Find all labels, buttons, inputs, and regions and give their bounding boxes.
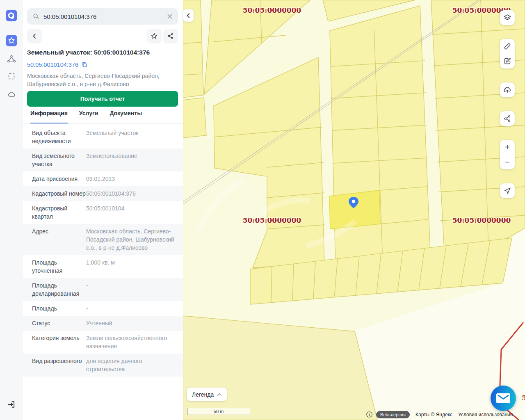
row-label: Кадастровый квартал — [32, 204, 86, 221]
row-value: 50:05:0010104 — [86, 204, 177, 221]
table-row: Категория земель Земли сельскохозяйствен… — [23, 331, 183, 354]
table-row: Площадь - — [23, 301, 183, 316]
district-label-partial: 50:05 — [522, 394, 525, 402]
table-row: Площадь уточненная 1,000 кв. м — [23, 255, 183, 278]
app-rail — [0, 0, 23, 420]
navigate-button[interactable] — [500, 183, 515, 198]
share-object-button[interactable] — [163, 29, 178, 43]
navigate-icon — [503, 186, 512, 195]
app-logo[interactable] — [6, 10, 17, 21]
row-label: Вид разрешенного — [32, 357, 86, 373]
row-value: Земли сельскохозяйственного назначения — [86, 334, 177, 350]
object-address: Московская область, Сергиево-Посадский р… — [27, 72, 175, 88]
row-value: Земельный участок — [86, 129, 177, 145]
table-row: Вид объекта недвижимости Земельный участ… — [23, 126, 183, 148]
row-label: Площадь декларированная — [32, 281, 86, 298]
copy-icon[interactable] — [81, 61, 88, 68]
search-input[interactable] — [43, 13, 163, 20]
terms-of-use-link[interactable]: Условия использования — [458, 412, 513, 418]
row-label: Вид земельного участка — [32, 152, 86, 168]
scale-label: 50 m — [214, 409, 224, 414]
search-icon — [32, 12, 40, 21]
chevron-left-icon — [31, 33, 38, 39]
share-tool — [500, 111, 515, 126]
collapse-panel-button[interactable] — [183, 9, 194, 22]
info-icon — [365, 411, 373, 418]
edit-icon — [503, 57, 512, 66]
district-label: 50:05:0000000 — [452, 216, 511, 224]
object-title: Земельный участок: 50:05:0010104:376 — [27, 49, 180, 56]
legend-label: Легенда — [192, 391, 214, 398]
map-canvas[interactable]: 50:05:0000000 50:05:0000000 50:05:000000… — [183, 0, 525, 420]
table-row: Адрес Московская область, Сергиево-Посад… — [23, 224, 183, 255]
clear-search-icon[interactable] — [167, 13, 173, 20]
tab-documents[interactable]: Документы — [110, 110, 142, 123]
star-icon — [7, 36, 16, 45]
row-value: Учтенный — [86, 319, 177, 327]
sidebar-item-favorites[interactable] — [6, 35, 17, 46]
row-value: для ведения дачного строительства — [86, 357, 177, 373]
logo-a-icon — [6, 10, 17, 21]
chevron-left-icon — [185, 13, 191, 18]
table-row: Кадастровый номер 50:05:0010104:376 — [23, 186, 183, 201]
row-label: Кадастровый номер — [32, 189, 86, 198]
row-label: Дата присвоения — [32, 175, 86, 183]
chat-button[interactable] — [491, 386, 516, 411]
share-map-button[interactable] — [500, 111, 515, 126]
row-label: Площадь — [32, 304, 86, 313]
table-row: Кадастровый квартал 50:05:0010104 — [23, 201, 183, 224]
detail-header-actions — [27, 29, 178, 43]
map-scale-bar: 50 m — [187, 408, 250, 415]
row-value: - — [86, 304, 177, 313]
zoom-in-button[interactable]: + — [500, 140, 515, 155]
star-outline-icon — [150, 32, 158, 40]
plus-icon: + — [505, 143, 510, 151]
sidebar-item-select-area[interactable] — [6, 71, 17, 82]
info-button[interactable] — [365, 411, 373, 420]
tab-services[interactable]: Услуги — [79, 110, 98, 123]
polygon-network-icon — [7, 54, 16, 64]
detail-tabs: Информация Услуги Документы — [23, 110, 183, 124]
sign-in-icon — [7, 399, 16, 409]
sign-in-button[interactable] — [6, 399, 17, 410]
select-area-icon — [7, 71, 16, 81]
back-button[interactable] — [27, 29, 42, 43]
row-label: Категория земель — [32, 334, 86, 350]
layers-button[interactable] — [500, 10, 515, 25]
row-value: Московская область, Сергиево-Посадский р… — [86, 227, 177, 252]
share-icon — [503, 114, 512, 123]
chevron-up-icon — [217, 393, 222, 396]
row-value: 1,000 кв. м — [86, 258, 177, 275]
search-bar[interactable] — [27, 8, 178, 25]
edit-button[interactable] — [500, 54, 515, 68]
cloud-upload-button[interactable] — [500, 82, 515, 97]
zoom-tool: + − — [500, 140, 515, 169]
table-row: Площадь декларированная - — [23, 278, 183, 301]
cadastral-number-link[interactable]: 50:05:0010104:376 — [27, 61, 88, 68]
cadastral-map[interactable]: 50:05:0000000 50:05:0000000 50:05:000000… — [183, 0, 525, 420]
measure-edit-tool — [500, 39, 515, 68]
district-label: 50:05:0000000 — [243, 216, 301, 224]
row-value: - — [86, 281, 177, 298]
panel-bottom-fade — [23, 372, 183, 420]
table-row: Вид разрешенного для ведения дачного стр… — [23, 354, 183, 377]
zoom-out-button[interactable]: − — [500, 155, 515, 169]
row-label: Статус — [32, 319, 86, 327]
upload-tool — [500, 82, 515, 97]
ruler-button[interactable] — [500, 39, 515, 54]
district-label: 50:05:0000000 — [243, 6, 301, 14]
favorite-button[interactable] — [147, 29, 162, 43]
yandex-copyright[interactable]: Карты © Яндекс — [415, 412, 452, 418]
sidebar-item-polygon[interactable] — [6, 53, 17, 65]
row-value: 09.01.2013 — [86, 175, 177, 183]
tab-information[interactable]: Информация — [30, 110, 68, 123]
get-report-button[interactable]: Получить отчет — [27, 91, 178, 107]
table-row: Дата присвоения 09.01.2013 — [23, 171, 183, 186]
row-label: Вид объекта недвижимости — [32, 129, 86, 145]
share-icon — [167, 32, 175, 40]
table-row: Вид земельного участка Землепользование — [23, 148, 183, 171]
row-label: Адрес — [32, 227, 86, 252]
legend-button[interactable]: Легенда — [187, 388, 227, 401]
sidebar-item-cloud[interactable] — [6, 89, 17, 100]
row-value: 50:05:0010104:376 — [86, 189, 177, 198]
